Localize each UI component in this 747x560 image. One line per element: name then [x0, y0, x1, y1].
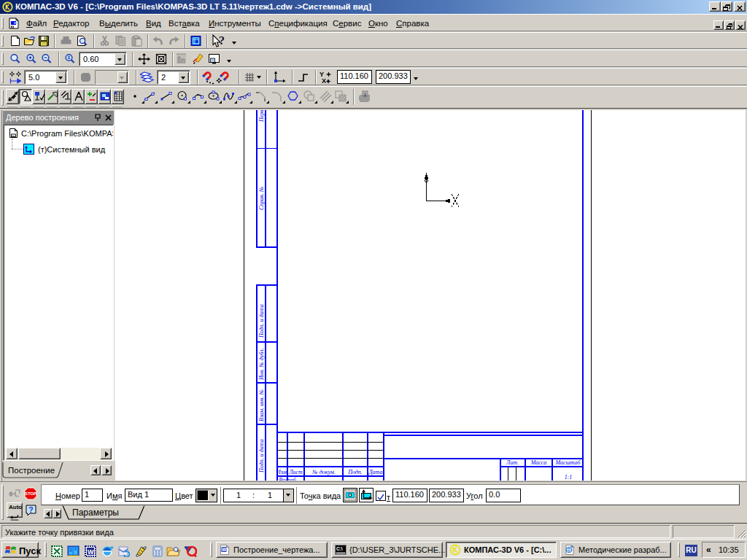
svg-text:Справ. №: Справ. №: [258, 186, 265, 210]
svg-text:C:\: C:\: [336, 546, 343, 551]
svg-text:Изм.: Изм.: [276, 469, 288, 475]
svg-text:W: W: [222, 547, 227, 552]
svg-text:Подп. и дата: Подп. и дата: [258, 304, 265, 338]
svg-text:W: W: [88, 548, 94, 556]
svg-text:Взам. инв. №: Взам. инв. №: [258, 389, 265, 421]
svg-text:Перв.: Перв.: [258, 110, 265, 122]
svg-text:Лит.: Лит.: [506, 459, 519, 466]
svg-text:Масштаб: Масштаб: [554, 459, 581, 466]
svg-text:Подп.: Подп.: [347, 469, 363, 475]
svg-text:Масса: Масса: [530, 459, 546, 466]
svg-text:№ докум.: № докум.: [311, 469, 336, 475]
svg-text:?: ?: [219, 34, 225, 47]
svg-text:Подп. и дата: Подп. и дата: [258, 439, 265, 473]
svg-text:?: ?: [28, 505, 34, 514]
svg-text:STOP: STOP: [25, 491, 36, 496]
svg-text:Дата: Дата: [368, 469, 383, 475]
svg-text:1:1: 1:1: [565, 474, 573, 481]
svg-text:Лист: Лист: [288, 469, 303, 475]
svg-text:Инв. № дубл.: Инв. № дубл.: [258, 348, 265, 381]
svg-text:X: X: [322, 77, 326, 84]
svg-text:Разраб.: Разраб.: [278, 477, 298, 481]
